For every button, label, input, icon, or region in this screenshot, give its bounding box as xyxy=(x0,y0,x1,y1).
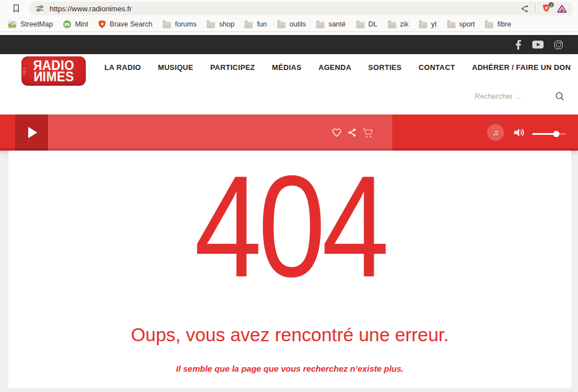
share-track-icon[interactable] xyxy=(347,128,357,138)
toolbar-separator xyxy=(535,5,536,12)
speaker-icon[interactable] xyxy=(513,126,526,139)
volume-knob[interactable] xyxy=(553,131,559,137)
social-bar xyxy=(0,35,578,54)
bookmark-icon xyxy=(98,20,106,28)
bookmark-item[interactable]: santé xyxy=(311,19,351,30)
cart-icon[interactable] xyxy=(362,127,374,138)
bookmark-item[interactable]: fibre xyxy=(480,19,516,30)
bookmark-item[interactable]: yt xyxy=(414,19,442,30)
nav-item[interactable]: AGENDA xyxy=(318,63,351,72)
bookmark-icon xyxy=(447,22,456,28)
instagram-icon[interactable] xyxy=(554,41,563,49)
bookmark-item[interactable]: sport xyxy=(442,19,480,30)
nav-item[interactable]: MÉDIAS xyxy=(272,63,301,72)
bookmark-icon xyxy=(356,22,365,28)
bookmark-icon xyxy=(388,22,396,28)
bookmark-icon xyxy=(163,22,171,28)
bookmark-icon xyxy=(485,22,493,28)
bookmark-item[interactable]: outils xyxy=(272,19,311,30)
main-nav: LA RADIO MUSIQUE PARTICIPEZ MÉDIAS AGEND… xyxy=(104,63,571,72)
error-page: 404 Oups, vous avez rencontré une erreur… xyxy=(8,151,571,388)
shield-badge: 2 xyxy=(548,2,554,8)
bookmark-icon xyxy=(207,22,215,28)
search-box xyxy=(474,91,564,101)
nav-item[interactable]: SORTIES xyxy=(368,63,401,72)
site-header: 93,5 RADIO NIMES LA RADIO MUSIQUE PARTIC… xyxy=(0,54,578,114)
facebook-icon[interactable] xyxy=(516,39,522,50)
browser-chrome: https://www.radionimes.fr 2 xyxy=(0,0,578,32)
bookmark-flag-icon[interactable] xyxy=(11,3,21,14)
youtube-icon[interactable] xyxy=(532,41,544,49)
bookmark-icon xyxy=(63,20,71,28)
nav-item[interactable]: MUSIQUE xyxy=(158,63,194,72)
bookmark-item[interactable]: Mint xyxy=(58,19,94,30)
tune-icon[interactable] xyxy=(36,5,44,12)
bookmark-icon xyxy=(277,22,286,28)
bookmark-item[interactable]: shop xyxy=(202,19,239,30)
bookmark-icon xyxy=(316,22,325,28)
bookmark-item[interactable]: fun xyxy=(239,19,272,30)
bookmark-item[interactable]: zik xyxy=(383,19,414,30)
bookmark-item[interactable]: StreetMap xyxy=(3,19,58,30)
bookmark-icon xyxy=(244,22,253,28)
brave-shield-icon[interactable]: 2 xyxy=(542,4,551,14)
bookmarks-bar: StreetMap Mint Brave Search forums xyxy=(0,17,578,32)
bookmark-item[interactable]: forums xyxy=(157,19,202,30)
url-text[interactable]: https://www.radionimes.fr xyxy=(50,5,132,13)
bookmark-item[interactable]: Brave Search xyxy=(93,19,157,30)
music-note-icon: ♫ xyxy=(493,128,499,137)
favorite-heart-icon[interactable] xyxy=(332,128,341,137)
webpage: 93,5 RADIO NIMES LA RADIO MUSIQUE PARTIC… xyxy=(0,32,578,392)
bat-triangle-icon[interactable] xyxy=(557,5,567,13)
radio-player-bar: ♫ xyxy=(0,114,578,151)
url-bar[interactable]: https://www.radionimes.fr 2 xyxy=(30,2,572,15)
logo-frequency: 93,5 xyxy=(23,67,26,75)
share-icon[interactable] xyxy=(520,5,529,13)
search-input[interactable] xyxy=(474,91,547,101)
music-note-button[interactable]: ♫ xyxy=(487,124,504,141)
bookmark-item[interactable]: DL xyxy=(351,19,383,30)
play-icon xyxy=(28,127,37,138)
radio-nimes-logo[interactable]: 93,5 RADIO NIMES xyxy=(21,56,86,86)
nav-item[interactable]: PARTICIPEZ xyxy=(211,63,255,72)
volume-slider[interactable] xyxy=(532,133,566,135)
browser-toolbar: https://www.radionimes.fr 2 xyxy=(0,0,578,17)
volume-fill xyxy=(532,133,556,135)
urlbar-actions: 2 xyxy=(520,4,567,14)
screen: https://www.radionimes.fr 2 xyxy=(0,0,578,392)
nav-item[interactable]: CONTACT xyxy=(419,63,456,72)
search-icon[interactable] xyxy=(555,91,564,101)
logo-text: RADIO NIMES xyxy=(33,59,74,82)
play-button[interactable] xyxy=(15,114,48,151)
error-subtitle: Il semble que la page que vous recherche… xyxy=(176,364,404,373)
bookmark-icon xyxy=(419,22,427,28)
error-title: Oups, vous avez rencontré une erreur. xyxy=(131,324,449,346)
error-code: 404 xyxy=(194,170,386,283)
bookmark-icon xyxy=(8,21,16,28)
nav-item[interactable]: LA RADIO xyxy=(104,63,141,72)
nav-item[interactable]: ADHÉRER / FAIRE UN DON xyxy=(472,63,571,72)
